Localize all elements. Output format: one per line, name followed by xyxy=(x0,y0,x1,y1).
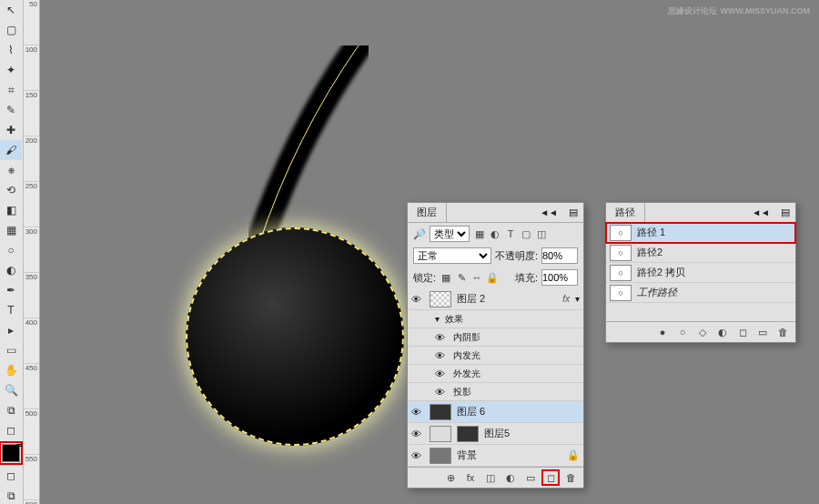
marquee-tool[interactable]: ▢ xyxy=(0,20,22,40)
heal-tool[interactable]: ✚ xyxy=(0,120,22,140)
filter-type-icon[interactable]: ◐ xyxy=(489,227,501,240)
filter-select[interactable]: 类型 xyxy=(430,226,470,242)
dodge-tool[interactable]: ◐ xyxy=(0,260,22,280)
effect-row[interactable]: 👁投影 xyxy=(408,383,583,401)
layer-foot-icon[interactable]: ⊕ xyxy=(443,471,458,484)
layer-name[interactable]: 图层 6 xyxy=(457,405,580,418)
path-thumb[interactable]: ○ xyxy=(610,285,632,301)
path-name[interactable]: 路径2 xyxy=(637,246,662,259)
layer-foot-icon[interactable]: ◫ xyxy=(483,471,498,484)
opacity-input[interactable] xyxy=(541,247,578,264)
fill-input[interactable] xyxy=(541,269,578,286)
quickmask-icon[interactable]: ◻ xyxy=(0,466,22,486)
history-tool[interactable]: ⟲ xyxy=(0,180,22,200)
layer-foot-icon[interactable]: 🗑 xyxy=(563,471,578,484)
path-foot-icon[interactable]: ○ xyxy=(675,326,690,338)
path-foot-icon[interactable]: 🗑 xyxy=(775,326,790,338)
layer-row[interactable]: 👁 背景 🔒 xyxy=(408,445,583,467)
collapse-icon[interactable]: ◄◄ xyxy=(534,207,563,217)
path-thumb[interactable]: ○ xyxy=(610,245,632,261)
path-foot-icon[interactable]: ◐ xyxy=(715,326,730,338)
layer-mask-thumb[interactable] xyxy=(457,426,479,442)
lock-option-icon[interactable]: ▦ xyxy=(440,271,452,284)
path-sel-tool[interactable]: ▸ xyxy=(0,320,22,340)
filter-search-icon[interactable]: 🔎 xyxy=(413,228,426,240)
visibility-icon[interactable]: 👁 xyxy=(411,294,424,305)
lock-option-icon[interactable]: 🔒 xyxy=(486,271,499,284)
layer-name[interactable]: 图层 2 xyxy=(457,292,557,306)
filter-type-icon[interactable]: ▢ xyxy=(520,227,532,240)
hand-tool[interactable]: ✋ xyxy=(0,360,22,380)
layer-name[interactable]: 背景 xyxy=(457,449,561,462)
chevron-down-icon[interactable]: ▾ xyxy=(575,294,580,304)
paths-tab[interactable]: 路径 xyxy=(606,203,645,222)
path-row[interactable]: ○ 路径2 xyxy=(606,243,795,263)
path-name[interactable]: 路径2 拷贝 xyxy=(637,266,685,279)
shape-tool[interactable]: ▭ xyxy=(0,340,22,360)
filter-type-icon[interactable]: ▦ xyxy=(473,227,486,240)
path-foot-icon[interactable]: ◇ xyxy=(695,326,710,338)
gradient-tool[interactable]: ▦ xyxy=(0,220,22,240)
path-row[interactable]: ○ 路径2 拷贝 xyxy=(606,263,795,283)
blur-tool[interactable]: ○ xyxy=(0,240,22,260)
layer-foot-icon[interactable]: fx xyxy=(463,471,478,484)
crop-tool[interactable]: ⌗ xyxy=(0,80,22,100)
lock-option-icon[interactable]: ✎ xyxy=(455,271,468,284)
layer-row[interactable]: 👁 图层 2 fx▾ xyxy=(408,288,583,310)
filter-type-icon[interactable]: T xyxy=(504,227,517,240)
type-tool[interactable]: T xyxy=(0,300,22,320)
path-thumb[interactable]: ○ xyxy=(610,265,632,281)
effect-row[interactable]: 👁内发光 xyxy=(408,347,583,365)
paths-panel-header[interactable]: 路径 ◄◄ ▤ xyxy=(606,203,795,223)
path-foot-icon[interactable]: ● xyxy=(655,326,670,338)
wand-tool[interactable]: ✦ xyxy=(0,60,22,80)
screenmode-icon[interactable]: ⧉ xyxy=(0,486,22,504)
quick-tool[interactable]: ⧉ xyxy=(0,400,22,420)
collapse-icon[interactable]: ◄◄ xyxy=(746,207,775,217)
path-foot-icon[interactable]: ▭ xyxy=(755,326,770,338)
visibility-icon[interactable]: 👁 xyxy=(411,450,424,461)
visibility-icon[interactable]: 👁 xyxy=(411,407,424,418)
lasso-tool[interactable]: ⌇ xyxy=(0,40,22,60)
path-thumb[interactable]: ○ xyxy=(610,225,632,241)
foreground-color-swatch[interactable]: ⇄ xyxy=(2,444,20,462)
effect-row[interactable]: 👁外发光 xyxy=(408,365,583,383)
visibility-icon[interactable]: 👁 xyxy=(435,332,448,343)
path-name[interactable]: 路径 1 xyxy=(637,226,665,239)
path-foot-icon[interactable]: ◻ xyxy=(735,326,750,338)
chevron-down-icon[interactable]: ▾ xyxy=(435,314,440,324)
layer-foot-icon[interactable]: ◐ xyxy=(503,471,518,484)
blend-mode-select[interactable]: 正常 xyxy=(413,247,491,264)
move-tool[interactable]: ↖ xyxy=(0,0,22,20)
visibility-icon[interactable]: 👁 xyxy=(435,368,448,379)
layer-foot-icon[interactable]: ▭ xyxy=(523,471,538,484)
brush-tool[interactable]: 🖌 xyxy=(0,140,22,160)
layers-panel-header[interactable]: 图层 ◄◄ ▤ xyxy=(408,203,583,223)
panel-menu-icon[interactable]: ▤ xyxy=(775,207,795,218)
layer-thumb[interactable] xyxy=(430,426,451,442)
eyedropper-tool[interactable]: ✎ xyxy=(0,100,22,120)
layers-tab[interactable]: 图层 xyxy=(408,203,447,222)
visibility-icon[interactable]: 👁 xyxy=(411,428,424,439)
path-row[interactable]: ○ 路径 1 xyxy=(606,223,795,243)
mask-tool[interactable]: ◻ xyxy=(0,420,22,440)
layer-row[interactable]: 👁 图层 6 xyxy=(408,401,583,423)
layer-thumb[interactable] xyxy=(430,404,451,420)
visibility-icon[interactable]: 👁 xyxy=(435,350,448,361)
filter-type-icon[interactable]: ◫ xyxy=(535,227,548,240)
layer-name[interactable]: 图层5 xyxy=(484,427,580,440)
zoom-tool[interactable]: 🔍 xyxy=(0,380,22,400)
stamp-tool[interactable]: ⎈ xyxy=(0,160,22,180)
visibility-icon[interactable]: 👁 xyxy=(435,387,448,398)
pen-tool[interactable]: ✒ xyxy=(0,280,22,300)
eraser-tool[interactable]: ◧ xyxy=(0,200,22,220)
layer-thumb[interactable] xyxy=(430,448,451,464)
effect-row[interactable]: 👁内阴影 xyxy=(408,328,583,347)
layer-row[interactable]: 👁 图层5 xyxy=(408,423,583,445)
layer-thumb[interactable] xyxy=(430,291,451,307)
effects-group-row[interactable]: ▾效果 xyxy=(408,310,583,328)
new-layer-button[interactable]: ◻ xyxy=(543,471,558,484)
fx-badge[interactable]: fx xyxy=(562,294,570,304)
path-name[interactable]: 工作路径 xyxy=(637,286,677,299)
path-row[interactable]: ○ 工作路径 xyxy=(606,283,795,303)
